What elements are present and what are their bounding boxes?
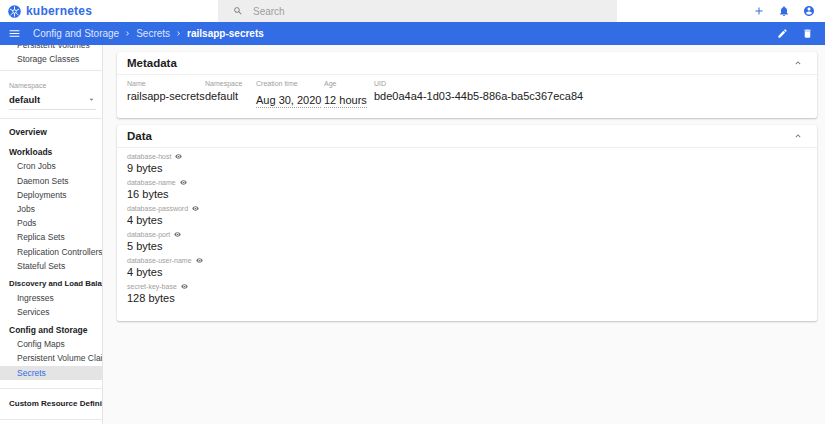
secret-key: secret-key-base — [127, 283, 177, 290]
sidebar-section-workloads[interactable]: Workloads — [0, 145, 102, 159]
metadata-card-header: Metadata — [117, 52, 817, 75]
collapse-chevron-up-icon[interactable] — [793, 58, 803, 68]
sidebar-item-replica-sets[interactable]: Replica Sets — [0, 230, 102, 244]
divider — [0, 419, 102, 420]
create-plus-button[interactable] — [753, 5, 765, 17]
kubernetes-logo[interactable]: kubernetes — [0, 4, 218, 18]
sidebar-item-persistent-volumes[interactable]: Persistent Volumes — [0, 45, 102, 52]
breadcrumb: Config and Storage Secrets railsapp-secr… — [33, 28, 264, 39]
metadata-field-age: Age 12 hours — [324, 80, 374, 108]
menu-hamburger-button[interactable] — [8, 27, 21, 40]
sidebar-section-config-storage[interactable]: Config and Storage — [0, 323, 102, 337]
secret-item-database-user-name: database-user-name 4 bytes — [127, 257, 807, 278]
metadata-field-uid: UID bde0a4a4-1d03-44b5-886a-ba5c367eca84 — [374, 80, 583, 108]
brand-name: kubernetes — [26, 4, 92, 18]
sidebar-item-services[interactable]: Services — [0, 305, 102, 319]
field-label: Age — [324, 80, 374, 87]
data-card: Data database-host 9 bytes — [117, 125, 817, 321]
metadata-fields: Name railsapp-secrets Namespace default … — [117, 75, 817, 118]
top-app-bar: kubernetes Search — [0, 0, 825, 22]
chevron-right-icon — [123, 29, 132, 38]
search-input[interactable]: Search — [218, 0, 617, 22]
data-card-title: Data — [127, 130, 152, 142]
account-circle-button[interactable] — [803, 5, 815, 17]
edit-pencil-button[interactable] — [777, 28, 788, 39]
reveal-eye-icon[interactable] — [192, 205, 199, 212]
metadata-card: Metadata Name railsapp-secrets Namespace… — [117, 52, 817, 118]
namespace-label: Namespace — [9, 82, 96, 89]
breadcrumb-secrets[interactable]: Secrets — [136, 28, 170, 39]
collapse-chevron-up-icon[interactable] — [793, 131, 803, 141]
divider — [0, 118, 102, 119]
chevron-right-icon — [174, 29, 183, 38]
sidebar-item-daemon-sets[interactable]: Daemon Sets — [0, 174, 102, 188]
field-label: UID — [374, 80, 583, 87]
breadcrumb-config-and-storage[interactable]: Config and Storage — [33, 28, 119, 39]
reveal-eye-icon[interactable] — [175, 153, 182, 160]
namespace-select[interactable]: default — [9, 94, 96, 110]
reveal-eye-icon[interactable] — [181, 283, 188, 290]
sidebar-item-stateful-sets[interactable]: Stateful Sets — [0, 259, 102, 273]
sidebar-item-replication-controllers[interactable]: Replication Controllers — [0, 245, 102, 259]
field-value: default — [205, 90, 256, 102]
sidebar-item-jobs[interactable]: Jobs — [0, 202, 102, 216]
reveal-eye-icon[interactable] — [174, 231, 181, 238]
kubernetes-helm-icon — [8, 5, 21, 18]
reveal-eye-icon[interactable] — [196, 257, 203, 264]
main-content: Metadata Name railsapp-secrets Namespace… — [103, 45, 825, 424]
sidebar-section-discovery[interactable]: Discovery and Load Balancing — [0, 277, 102, 291]
field-value: railsapp-secrets — [127, 90, 205, 102]
delete-trash-button[interactable] — [802, 28, 813, 39]
sidebar-nav: Persistent Volumes Storage Classes Names… — [0, 45, 103, 424]
secret-item-database-password: database-password 4 bytes — [127, 205, 807, 226]
sidebar-item-custom-resource-definitions[interactable]: Custom Resource Definitions — [0, 397, 102, 411]
field-label: Creation time — [256, 80, 324, 87]
sidebar-item-storage-classes[interactable]: Storage Classes — [0, 52, 102, 66]
notifications-bell-button[interactable] — [778, 5, 790, 17]
secret-key: database-password — [127, 205, 188, 212]
secret-data-list: database-host 9 bytes database-name — [117, 148, 817, 321]
secret-size: 5 bytes — [127, 240, 807, 252]
field-label: Name — [127, 80, 205, 87]
secret-size: 4 bytes — [127, 214, 807, 226]
sidebar-item-ingresses[interactable]: Ingresses — [0, 291, 102, 305]
secret-size: 128 bytes — [127, 292, 807, 304]
secret-item-database-name: database-name 16 bytes — [127, 179, 807, 200]
secret-size: 9 bytes — [127, 162, 807, 174]
breadcrumb-current: railsapp-secrets — [187, 28, 264, 39]
field-label: Namespace — [205, 80, 256, 87]
secret-key: database-user-name — [127, 257, 192, 264]
metadata-card-title: Metadata — [127, 57, 177, 69]
secret-item-database-port: database-port 5 bytes — [127, 231, 807, 252]
sidebar-item-cron-jobs[interactable]: Cron Jobs — [0, 159, 102, 173]
sidebar-item-deployments[interactable]: Deployments — [0, 188, 102, 202]
metadata-field-namespace: Namespace default — [205, 80, 256, 108]
search-icon — [233, 6, 243, 16]
field-value: bde0a4a4-1d03-44b5-886a-ba5c367eca84 — [374, 90, 583, 102]
secret-key: database-host — [127, 153, 171, 160]
metadata-field-name: Name railsapp-secrets — [127, 80, 205, 108]
sidebar-item-overview[interactable]: Overview — [0, 125, 102, 139]
field-value: 12 hours — [324, 94, 367, 108]
sidebar-item-persistent-volume-claims[interactable]: Persistent Volume Claims — [0, 351, 102, 365]
divider — [0, 70, 102, 71]
secret-size: 16 bytes — [127, 188, 807, 200]
namespace-value: default — [9, 94, 40, 105]
secret-key: database-port — [127, 231, 170, 238]
secret-item-secret-key-base: secret-key-base 128 bytes — [127, 283, 807, 304]
search-placeholder: Search — [253, 6, 285, 17]
sidebar-item-config-maps[interactable]: Config Maps — [0, 337, 102, 351]
dropdown-arrow-icon — [87, 95, 96, 104]
metadata-field-creation-time: Creation time Aug 30, 2020 — [256, 80, 324, 108]
sidebar-item-secrets[interactable]: Secrets — [0, 366, 102, 380]
secret-size: 4 bytes — [127, 266, 807, 278]
data-card-header: Data — [117, 125, 817, 148]
sidebar-item-pods[interactable]: Pods — [0, 216, 102, 230]
breadcrumb-bar: Config and Storage Secrets railsapp-secr… — [0, 22, 825, 45]
reveal-eye-icon[interactable] — [180, 179, 187, 186]
secret-item-database-host: database-host 9 bytes — [127, 153, 807, 174]
namespace-selector-block: Namespace default — [0, 75, 102, 114]
field-value: Aug 30, 2020 — [256, 94, 321, 108]
divider — [0, 388, 102, 389]
secret-key: database-name — [127, 179, 176, 186]
